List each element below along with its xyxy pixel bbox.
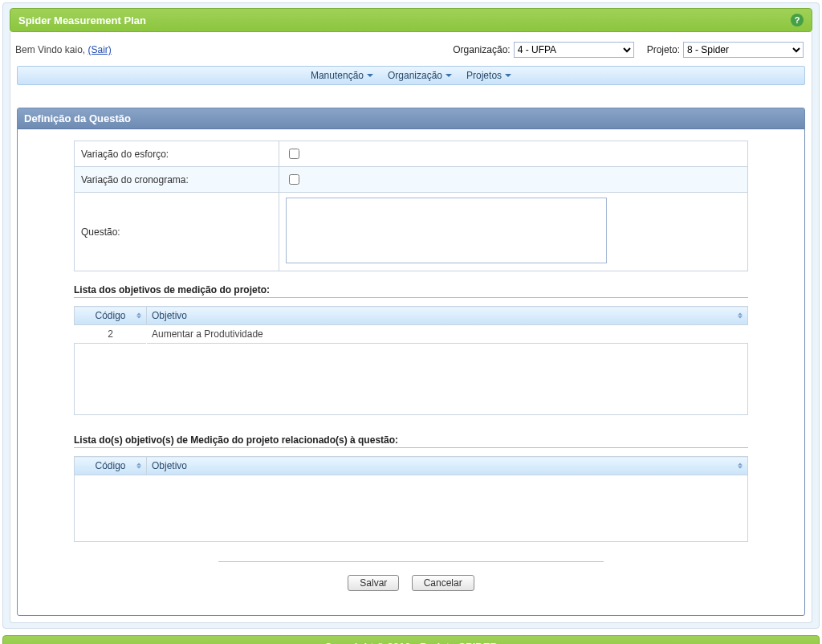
cell-objetivo: Aumentar a Produtividade [147,325,748,344]
list1-table: Código Objetivo 2 Aumentar a [74,306,748,344]
org-label: Organização: [453,44,510,55]
form-table: Variação do esforço: Variação do cronogr… [74,141,748,271]
divider [74,447,748,448]
list1-title: Lista dos objetivos de medição do projet… [74,284,748,296]
content-area: Bem Vindo kaio, (Sair) Organização: 4 - … [10,32,812,623]
app-frame: Spider Measurement Plan ? Bem Vindo kaio… [2,2,820,629]
welcome-prefix: Bem Vindo kaio, [15,44,88,55]
cronograma-checkbox[interactable] [289,174,299,185]
app-title: Spider Measurement Plan [18,14,146,26]
col-objetivo[interactable]: Objetivo [147,307,748,325]
panel-body: Variação do esforço: Variação do cronogr… [18,129,804,615]
sort-icon [136,463,141,469]
proj-select[interactable]: 8 - Spider [683,42,804,58]
list1-body-pad [74,343,748,415]
chevron-down-icon [367,74,373,77]
proj-label: Projeto: [647,44,680,55]
divider [74,297,748,298]
org-select[interactable]: 4 - UFPA [514,42,634,58]
action-row: Salvar Cancelar [74,575,748,599]
menu-bar: Manutenção Organização Projetos [17,66,805,85]
question-panel: Definição da Questão Variação do esforço… [17,108,805,616]
table-row[interactable]: 2 Aumentar a Produtividade [75,325,748,344]
esforco-checkbox[interactable] [289,149,299,159]
app-header: Spider Measurement Plan ? [10,8,812,32]
list2-title: Lista do(s) objetivo(s) de Medição do pr… [74,434,748,446]
menu-label: Projetos [466,70,502,81]
chevron-down-icon [446,74,452,77]
col-objetivo[interactable]: Objetivo [147,457,748,475]
sort-icon [738,463,743,469]
logout-link[interactable]: (Sair) [88,44,112,55]
sort-icon [738,313,743,319]
cancel-button[interactable]: Cancelar [412,575,474,591]
menu-label: Manutenção [311,70,364,81]
menu-manutencao[interactable]: Manutenção [311,70,373,81]
welcome-text: Bem Vindo kaio, (Sair) [15,44,112,55]
divider [218,561,604,562]
help-icon[interactable]: ? [791,14,804,26]
menu-projetos[interactable]: Projetos [466,70,511,81]
save-button[interactable]: Salvar [348,575,399,591]
topline: Bem Vindo kaio, (Sair) Organização: 4 - … [10,32,812,66]
sort-icon [136,313,141,319]
list2-body-pad [74,475,748,542]
list2-table: Código Objetivo [74,456,748,475]
questao-textarea[interactable] [286,198,607,263]
chevron-down-icon [505,74,511,77]
menu-label: Organização [388,70,442,81]
col-codigo[interactable]: Código [75,457,147,475]
panel-title: Definição da Questão [18,108,804,129]
form-row3-label: Questão: [75,193,279,271]
menu-organizacao[interactable]: Organização [388,70,452,81]
cell-codigo: 2 [75,325,147,344]
footer: Copyright © 2010 - Projeto SPIDER [2,635,820,644]
col-codigo[interactable]: Código [75,307,147,325]
form-row2-label: Variação do cronograma: [75,167,279,193]
form-row1-label: Variação do esforço: [75,141,279,167]
